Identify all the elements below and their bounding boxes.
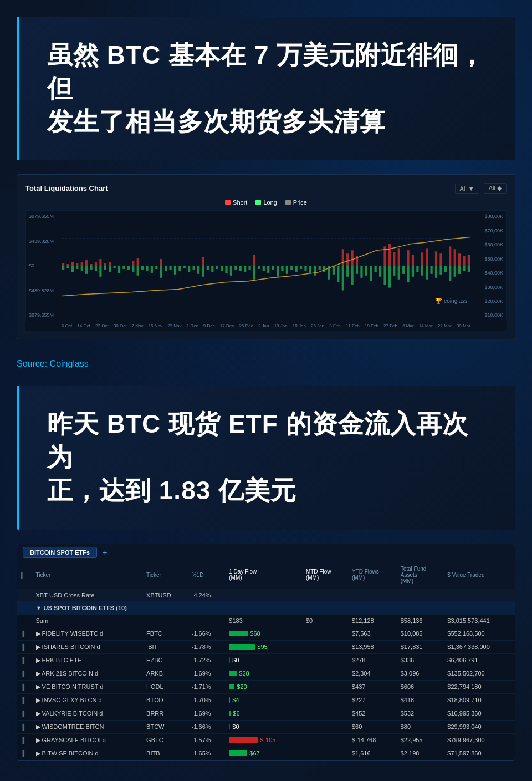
svg-rect-63	[342, 266, 344, 291]
svg-rect-61	[332, 266, 335, 275]
svg-rect-115	[407, 251, 409, 266]
row-bar-icon: ▐	[21, 711, 24, 717]
etf-tab-add[interactable]: +	[103, 548, 107, 557]
legend-short: Short	[225, 199, 247, 206]
svg-rect-124	[463, 256, 465, 266]
row-pct: -1.69%	[188, 707, 226, 720]
svg-rect-93	[71, 262, 74, 266]
row-pct: -1.57%	[188, 733, 226, 747]
table-row: ▐ ▶ BITWISE BITCOIN d BITB -1.65% $67 $1…	[17, 747, 515, 760]
svg-rect-106	[253, 255, 255, 266]
svg-rect-15	[118, 266, 120, 273]
svg-rect-79	[416, 266, 418, 272]
row-name: ▶ WISDOMTREE BITCN	[33, 720, 144, 733]
legend-long-label: Long	[263, 199, 277, 206]
col-ticker-name[interactable]: Ticker	[33, 561, 144, 589]
flow-bar-indicator	[229, 724, 230, 729]
row-flow: $95	[226, 640, 303, 653]
svg-rect-87	[454, 266, 456, 277]
chart-filter-all2[interactable]: All ◆	[484, 183, 507, 194]
chart-filter-all[interactable]: All ▼	[455, 184, 479, 194]
col-flow-1d[interactable]: 1 Day Flow(MM)	[226, 561, 303, 589]
svg-rect-121	[449, 247, 451, 266]
row-ticker: GBTC	[143, 733, 188, 747]
table-row: ▐ ▶ ISHARES BITCOIN d IBIT -1.78% $95 $1…	[17, 640, 515, 653]
row-ticker: BTCW	[143, 720, 188, 733]
col-ticker-code[interactable]: Ticker	[143, 561, 188, 589]
flow-bar-indicator	[229, 644, 255, 650]
svg-rect-73	[388, 266, 391, 288]
svg-rect-71	[379, 266, 381, 277]
svg-rect-23	[155, 266, 157, 269]
svg-rect-44	[253, 266, 255, 280]
col-ytd-flows[interactable]: YTD Flows(MM)	[349, 561, 397, 589]
etf-tab[interactable]: BITCOIN SPOT ETFs	[23, 547, 97, 558]
svg-rect-91	[62, 263, 64, 266]
svg-rect-62	[337, 266, 339, 282]
xbt-pct: -4.24%	[188, 589, 226, 601]
row-flow: $67	[226, 747, 303, 760]
svg-rect-53	[295, 266, 298, 272]
svg-rect-51	[286, 266, 288, 274]
col-mtd-flow[interactable]: MTD Flow(MM)	[303, 561, 349, 589]
row-pct: -1.66%	[188, 720, 226, 733]
svg-rect-103	[137, 259, 139, 266]
svg-rect-83	[435, 266, 437, 278]
svg-rect-67	[360, 266, 362, 278]
svg-rect-3	[62, 266, 64, 270]
table-row: ▐ ▶ WISDOMTREE BITCN BTCW -1.66% $0 $60 …	[17, 720, 515, 733]
svg-rect-9	[90, 266, 92, 270]
row-pct: -1.71%	[188, 680, 226, 693]
row-bar-icon: ▐	[21, 631, 24, 637]
sum-flow-1d: $183	[226, 614, 303, 627]
svg-rect-123	[458, 254, 461, 266]
svg-rect-22	[151, 266, 153, 273]
row-bar-icon: ▐	[21, 737, 24, 743]
row-ticker: BITB	[143, 747, 188, 760]
svg-rect-108	[346, 254, 349, 266]
svg-rect-84	[439, 266, 442, 275]
col-total-fund[interactable]: Total FundAssets(MM)	[397, 561, 444, 589]
svg-rect-119	[435, 252, 437, 266]
svg-rect-14	[114, 266, 116, 268]
svg-rect-117	[421, 253, 423, 266]
svg-rect-29	[183, 266, 186, 268]
svg-rect-94	[76, 263, 78, 266]
row-bar-icon: ▐	[21, 671, 24, 677]
svg-rect-25	[165, 266, 167, 271]
svg-rect-27	[174, 266, 176, 275]
svg-rect-35	[211, 266, 213, 272]
section-title-2: 昨天 BTC 现货 ETF 的资金流入再次为 正，达到 1.83 亿美元	[17, 386, 515, 529]
col-pct1d[interactable]: %1D	[188, 561, 226, 589]
svg-rect-89	[463, 266, 465, 271]
svg-rect-32	[197, 266, 200, 274]
chart-y-left: $879.655M $439.828M $0 $439.828M $879.65…	[26, 211, 62, 321]
svg-rect-48	[272, 266, 274, 270]
svg-rect-116	[412, 255, 414, 266]
etf-container: BITCOIN SPOT ETFs + ▌ Ticker Ticker %1D …	[17, 544, 515, 761]
svg-rect-95	[81, 262, 83, 266]
row-flow: $20	[226, 680, 303, 693]
row-pct: -1.70%	[188, 693, 226, 707]
svg-rect-80	[421, 266, 423, 276]
table-row: ▐ ▶ FRK BTC ETF EZBC -1.72% $0 $278 $336…	[17, 653, 515, 667]
coinglass-icon: 🏆	[435, 298, 442, 304]
svg-rect-66	[356, 266, 358, 274]
table-header-row: ▌ Ticker Ticker %1D 1 Day Flow(MM) MTD F…	[17, 561, 515, 589]
row-ticker: HODL	[143, 680, 188, 693]
table-row: ▐ ▶ GRAYSCALE BITCOI d GBTC -1.57% $-105…	[17, 733, 515, 747]
svg-rect-24	[160, 266, 162, 278]
row-bar-icon: ▐	[21, 750, 24, 757]
svg-rect-96	[85, 260, 88, 266]
col-value-traded[interactable]: $ Value Traded	[444, 561, 515, 589]
svg-rect-50	[281, 266, 283, 271]
us-spot-header-row: ▼ US SPOT BITCOIN ETFS (10)	[17, 601, 515, 614]
svg-rect-97	[90, 264, 92, 266]
chart-y-right: $80,00K $70,00K $60,00K $50,00K $40,00K …	[470, 211, 506, 321]
col-bar: ▌	[17, 561, 33, 589]
row-name: ▶ FIDELITY WISEBTC d	[33, 627, 144, 640]
svg-rect-49	[277, 266, 279, 277]
svg-rect-10	[95, 266, 97, 271]
svg-rect-75	[398, 266, 400, 280]
svg-rect-42	[244, 266, 246, 272]
